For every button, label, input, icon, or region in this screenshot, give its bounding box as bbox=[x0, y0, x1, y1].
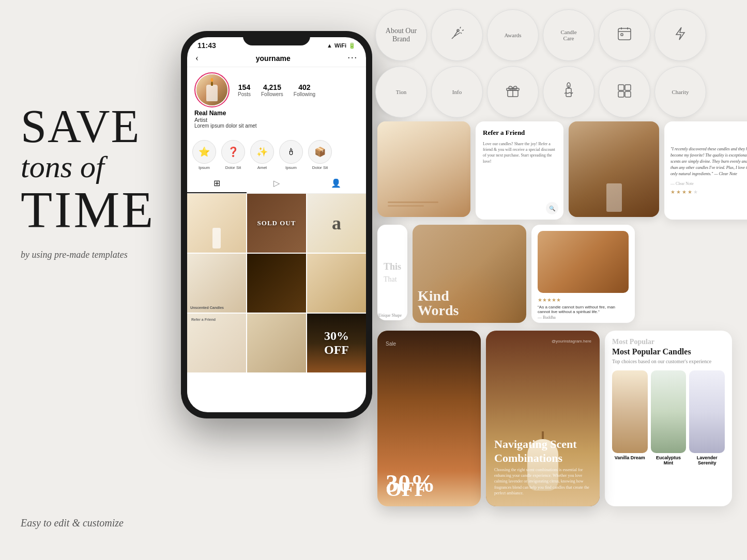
hl-awards[interactable]: Awards bbox=[487, 9, 539, 61]
highlight-dolor-circle: ❓ bbox=[221, 140, 245, 164]
avatar[interactable] bbox=[196, 74, 227, 105]
phone-notch bbox=[243, 31, 310, 45]
kind-words-card: KindWords bbox=[413, 225, 526, 323]
highlight-dolor2[interactable]: 📦 Dolor Sit bbox=[308, 140, 332, 170]
svg-rect-7 bbox=[618, 85, 624, 90]
candle-lavender: Lavender Serenity bbox=[689, 370, 725, 465]
review-card: ★★★★★ "As a candle cannot burn without f… bbox=[531, 225, 635, 323]
bottom-tagline: Easy to edit & customize bbox=[21, 517, 124, 529]
left-section: SAVE tons of TIME by using pre-made temp… bbox=[21, 103, 196, 262]
profile-bio: Lorem ipsum dolor sit amet bbox=[194, 123, 359, 129]
hl-candle2[interactable] bbox=[543, 66, 594, 118]
hl-boxes[interactable] bbox=[599, 66, 650, 118]
highlight-reviews[interactable]: ⭐ Ipsum bbox=[192, 140, 216, 170]
most-popular-title: Most Popular Candles bbox=[612, 347, 725, 356]
grid-item-8-content bbox=[247, 314, 306, 372]
hl-about-brand[interactable]: About OurBrand bbox=[375, 9, 427, 61]
candle-eucalyptus: Eucalyptus Mint bbox=[651, 370, 687, 465]
awards-icon: Awards bbox=[504, 32, 521, 38]
profile-top: 154 Posts 4,215 Followers 402 Following bbox=[194, 72, 359, 107]
grid-item-7[interactable]: Refer a Friend bbox=[187, 314, 246, 372]
lightning-icon bbox=[673, 26, 688, 45]
phone-mockup: 11:43 ▲ WiFi 🔋 ‹ yourname ··· bbox=[181, 31, 372, 418]
svg-rect-1 bbox=[618, 28, 631, 40]
highlights-row-2: Tion Info bbox=[371, 62, 710, 122]
following-label: Following bbox=[294, 91, 315, 97]
profile-name: Real Name bbox=[194, 110, 359, 117]
avatar-ring bbox=[194, 72, 230, 107]
grid-item-3-content: a bbox=[307, 194, 366, 253]
headline-time: TIME bbox=[21, 184, 196, 236]
grid-item-5-content bbox=[247, 254, 306, 313]
hl-info[interactable]: Info bbox=[431, 66, 483, 118]
refer-search-button[interactable]: 🔍 bbox=[546, 202, 558, 214]
star-2: ★ bbox=[676, 189, 681, 195]
stat-posts: 154 Posts bbox=[238, 83, 251, 97]
tab-grid[interactable]: ⊞ bbox=[187, 174, 247, 193]
phone-screen: 11:43 ▲ WiFi 🔋 ‹ yourname ··· bbox=[187, 37, 366, 412]
highlight-dolor2-label: Dolor Sit bbox=[312, 165, 328, 170]
hl-lightning[interactable] bbox=[654, 9, 706, 61]
wifi-icon: WiFi bbox=[334, 42, 346, 49]
grid-item-6[interactable] bbox=[307, 254, 366, 313]
lavender-candle-image bbox=[689, 370, 725, 453]
profile-role: Artist bbox=[194, 117, 359, 123]
that-label: That bbox=[384, 275, 401, 284]
refer-title: Refer a Friend bbox=[483, 129, 556, 137]
quote-card: "I recently discovered these candles and… bbox=[664, 121, 747, 220]
kind-words-text: KindWords bbox=[418, 289, 459, 318]
highlight-ipsum2-label: Ipsum bbox=[285, 165, 297, 170]
candle-options: Vanilla Dream Eucalyptus Mint Lavender S… bbox=[612, 370, 725, 465]
grid-item-5[interactable] bbox=[247, 254, 306, 313]
stat-following: 402 Following bbox=[294, 83, 315, 97]
star-4: ★ bbox=[688, 189, 692, 195]
stats-row: 154 Posts 4,215 Followers 402 Following bbox=[238, 83, 315, 97]
followers-count: 4,215 bbox=[261, 83, 283, 91]
brand-icon: About OurBrand bbox=[386, 27, 417, 43]
instagram-handle: @yourinstagram.here bbox=[552, 339, 591, 344]
highlight-ipsum2[interactable]: 🕯 Ipsum bbox=[279, 140, 303, 170]
hl-calendar[interactable] bbox=[599, 9, 650, 61]
hl-candle-care[interactable]: CandleCare bbox=[543, 9, 594, 61]
highlight-reviews-circle: ⭐ bbox=[192, 140, 216, 164]
tab-reels[interactable]: ▷ bbox=[247, 174, 306, 193]
grid-item-9[interactable]: 30%OFF bbox=[307, 314, 366, 372]
following-count: 402 bbox=[294, 83, 315, 91]
highlight-dolor2-circle: 📦 bbox=[308, 140, 332, 164]
grid-item-4-content: Unscented Candles bbox=[187, 254, 246, 313]
ig-header: ‹ yourname ··· bbox=[187, 50, 366, 67]
star-1: ★ bbox=[670, 189, 675, 195]
vanilla-candle-image bbox=[612, 370, 648, 453]
phone-time: 11:43 bbox=[197, 41, 216, 50]
hl-gift[interactable] bbox=[487, 66, 539, 118]
hl-tion[interactable]: Tion bbox=[375, 66, 427, 118]
hl-party[interactable] bbox=[431, 9, 483, 61]
status-icons: ▲ WiFi 🔋 bbox=[327, 42, 356, 49]
this-label: This bbox=[384, 261, 401, 272]
hl-charity[interactable]: Charity bbox=[654, 66, 706, 118]
grid-item-1-content bbox=[187, 194, 246, 253]
cards-row-3: Sale 30% OFF @yourinstagram.here Navigat… bbox=[372, 331, 737, 506]
tion-icon: Tion bbox=[396, 89, 406, 95]
headline-tons-of: tons of bbox=[21, 150, 196, 184]
grid-item-1[interactable] bbox=[187, 194, 246, 253]
candle-vanilla: Vanilla Dream bbox=[612, 370, 648, 465]
tab-tagged[interactable]: 👤 bbox=[307, 174, 366, 193]
followers-label: Followers bbox=[261, 91, 283, 97]
svg-rect-8 bbox=[625, 85, 631, 90]
grid-item-7-content: Refer a Friend bbox=[187, 314, 246, 372]
highlight-dolor[interactable]: ❓ Dolor Sit bbox=[221, 140, 245, 170]
most-popular-subtitle: Top choices based on our customer's expe… bbox=[612, 359, 725, 364]
grid-item-2-content: SOLD OUT bbox=[247, 194, 306, 253]
grid-item-8[interactable] bbox=[247, 314, 306, 372]
highlight-specials[interactable]: ✨ Amet bbox=[250, 140, 274, 170]
grid-item-2[interactable]: SOLD OUT bbox=[247, 194, 306, 253]
review-stars: ★★★★★ bbox=[538, 297, 629, 303]
highlight-specials-circle: ✨ bbox=[250, 140, 274, 164]
grid-item-3[interactable]: a bbox=[307, 194, 366, 253]
back-button[interactable]: ‹ bbox=[195, 53, 199, 64]
more-options-button[interactable]: ··· bbox=[347, 53, 358, 64]
grid-item-4[interactable]: Unscented Candles bbox=[187, 254, 246, 313]
headline-subtitle: by using pre-made templates bbox=[21, 248, 196, 262]
refer-body: Love our candles? Share the joy! Refer a… bbox=[483, 141, 556, 164]
